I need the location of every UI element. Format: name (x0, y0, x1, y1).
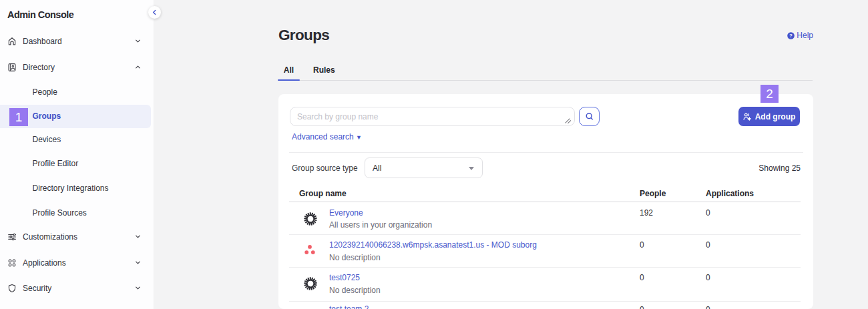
svg-text:?: ? (789, 33, 793, 39)
